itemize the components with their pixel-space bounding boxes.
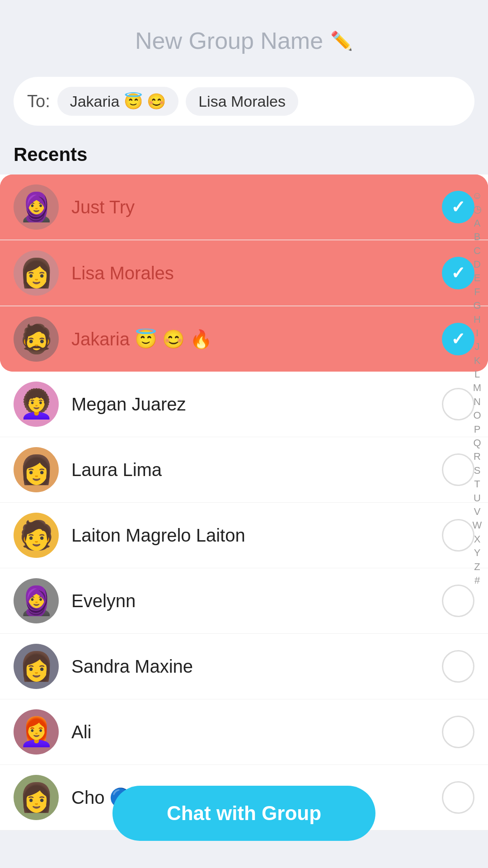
alpha-z[interactable]: Z: [471, 561, 483, 573]
check-circle[interactable]: [442, 453, 474, 486]
alpha-i[interactable]: I: [471, 327, 483, 339]
alpha-k[interactable]: K: [471, 355, 483, 367]
alpha-o[interactable]: O: [471, 410, 483, 421]
contact-name: Lisa Morales: [71, 263, 442, 283]
alpha-p[interactable]: P: [471, 424, 483, 435]
title-text: New Group Name: [135, 27, 323, 54]
alpha-u[interactable]: U: [471, 492, 483, 504]
alpha-n[interactable]: N: [471, 396, 483, 408]
list-item[interactable]: 🧑 Laiton Magrelo Laiton: [0, 503, 488, 568]
avatar: 🧕: [14, 184, 59, 230]
alpha-v[interactable]: V: [471, 506, 483, 518]
list-item[interactable]: 👩 Sandra Maxine: [0, 634, 488, 699]
alpha-index: ☺ ◷ A B C D E F G H I J K L M N O P Q R …: [471, 190, 483, 586]
list-item[interactable]: 🧕 Just Try: [0, 175, 488, 240]
to-bar[interactable]: To: Jakaria 😇 😊 Lisa Morales: [14, 77, 474, 126]
avatar: 👩‍🦰: [14, 709, 59, 755]
alpha-b[interactable]: B: [471, 231, 483, 243]
contact-name: Ali: [71, 722, 442, 742]
alpha-j[interactable]: J: [471, 341, 483, 353]
alpha-hash[interactable]: #: [471, 575, 483, 586]
avatar: 👩: [14, 775, 59, 820]
page-title-area: New Group Name ✏️: [0, 0, 488, 68]
edit-icon[interactable]: ✏️: [330, 30, 353, 52]
avatar: 🧕: [14, 578, 59, 623]
check-circle[interactable]: [442, 191, 474, 223]
list-item[interactable]: 🧔 Jakaria 😇 😊 🔥: [0, 306, 488, 372]
check-circle[interactable]: [442, 781, 474, 814]
alpha-g[interactable]: G: [471, 300, 483, 311]
contact-name: Megan Juarez: [71, 394, 442, 415]
alpha-d[interactable]: D: [471, 259, 483, 270]
to-chip-lisamorales[interactable]: Lisa Morales: [186, 87, 298, 116]
chat-with-group-button[interactable]: Chat with Group: [113, 786, 375, 841]
check-circle[interactable]: [442, 519, 474, 552]
selected-group: 🧕 Just Try 👩 Lisa Morales 🧔 Jakaria 😇 😊 …: [0, 175, 488, 372]
check-circle[interactable]: [442, 388, 474, 420]
contact-name: Jakaria 😇 😊 🔥: [71, 329, 442, 350]
check-circle[interactable]: [442, 716, 474, 748]
alpha-m[interactable]: M: [471, 382, 483, 394]
contact-name: Laiton Magrelo Laiton: [71, 525, 442, 546]
avatar: 🧑: [14, 513, 59, 558]
alpha-w[interactable]: W: [471, 519, 483, 531]
alpha-l[interactable]: L: [471, 368, 483, 380]
alpha-q[interactable]: Q: [471, 437, 483, 449]
check-circle[interactable]: [442, 650, 474, 683]
alpha-emoji-smile[interactable]: ☺: [471, 190, 483, 202]
check-circle[interactable]: [442, 585, 474, 617]
contact-name: Laura Lima: [71, 460, 442, 480]
avatar: 🧔: [14, 316, 59, 362]
avatar: 👩‍🦱: [14, 382, 59, 427]
to-chip-jakaria[interactable]: Jakaria 😇 😊: [57, 87, 179, 116]
page-title[interactable]: New Group Name ✏️: [135, 27, 353, 54]
list-item[interactable]: 🧕 Evelynn: [0, 568, 488, 634]
avatar: 👩: [14, 644, 59, 689]
alpha-clock[interactable]: ◷: [471, 203, 483, 215]
alpha-r[interactable]: R: [471, 451, 483, 462]
recents-label: Recents: [0, 139, 488, 175]
check-circle[interactable]: [442, 323, 474, 355]
alpha-e[interactable]: E: [471, 272, 483, 284]
alpha-y[interactable]: Y: [471, 547, 483, 559]
contact-name: Sandra Maxine: [71, 656, 442, 677]
list-item[interactable]: 👩 Laura Lima: [0, 437, 488, 503]
alpha-t[interactable]: T: [471, 478, 483, 490]
alpha-h[interactable]: H: [471, 314, 483, 326]
alpha-f[interactable]: F: [471, 286, 483, 298]
list-item[interactable]: 👩‍🦱 Megan Juarez: [0, 372, 488, 437]
list-item[interactable]: 👩‍🦰 Ali: [0, 699, 488, 765]
alpha-c[interactable]: C: [471, 245, 483, 257]
contact-list: 🧕 Just Try 👩 Lisa Morales 🧔 Jakaria 😇 😊 …: [0, 175, 488, 830]
to-label: To:: [27, 92, 50, 111]
contact-name: Evelynn: [71, 591, 442, 611]
avatar: 👩: [14, 250, 59, 296]
check-circle[interactable]: [442, 257, 474, 289]
contact-name: Just Try: [71, 197, 442, 217]
alpha-x[interactable]: X: [471, 533, 483, 545]
list-item[interactable]: 👩 Lisa Morales: [0, 240, 488, 306]
avatar: 👩: [14, 447, 59, 492]
alpha-s[interactable]: S: [471, 465, 483, 476]
alpha-a[interactable]: A: [471, 217, 483, 229]
